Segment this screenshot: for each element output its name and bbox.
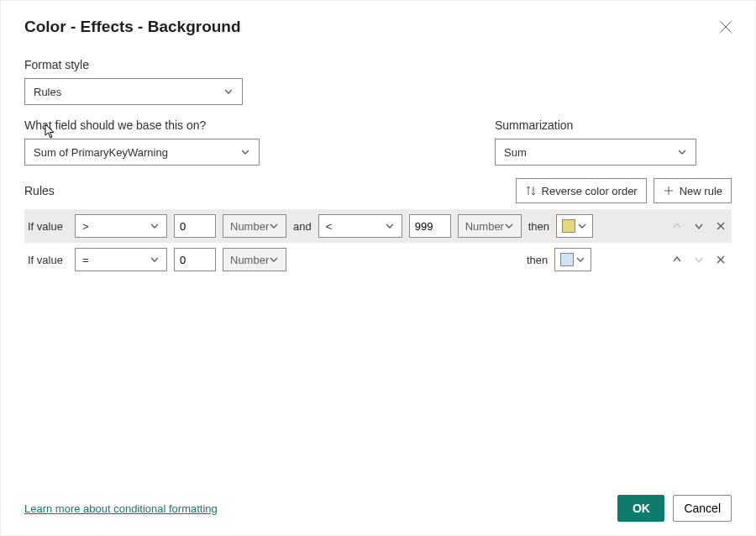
value-1-input[interactable] [174, 248, 216, 271]
type-1-value: Number [230, 220, 269, 233]
operator-1-value: = [82, 254, 89, 266]
move-down-icon[interactable] [693, 254, 705, 265]
chevron-down-icon [223, 87, 234, 97]
rule-row: If value > Number and < Number then [24, 209, 732, 243]
summarization-value: Sum [504, 146, 527, 159]
ok-button[interactable]: OK [617, 495, 664, 522]
type-1-dropdown[interactable]: Number [223, 214, 286, 238]
summarization-label: Summarization [495, 118, 732, 132]
chevron-down-icon [677, 147, 687, 157]
color-swatch [562, 219, 575, 233]
color-picker[interactable] [554, 248, 591, 271]
operator-1-value: > [82, 220, 89, 233]
dialog-title: Color - Effects - Background [24, 18, 241, 36]
reverse-color-order-button[interactable]: Reverse color order [516, 178, 647, 203]
then-label: then [528, 220, 549, 233]
operator-1-dropdown[interactable]: > [75, 214, 167, 238]
delete-rule-icon[interactable] [715, 220, 727, 232]
chevron-down-icon [385, 221, 395, 231]
swap-icon [525, 185, 537, 197]
learn-more-link[interactable]: Learn more about conditional formatting [24, 502, 218, 515]
move-up-icon[interactable] [671, 220, 683, 232]
move-down-icon[interactable] [693, 220, 705, 232]
cancel-button[interactable]: Cancel [673, 495, 732, 522]
type-2-dropdown[interactable]: Number [458, 214, 522, 238]
format-style-label: Format style [24, 58, 732, 71]
and-label: and [293, 220, 312, 233]
summarization-dropdown[interactable]: Sum [495, 139, 696, 166]
type-1-value: Number [230, 254, 269, 266]
delete-rule-icon[interactable] [715, 254, 727, 265]
chevron-down-icon [150, 255, 160, 265]
then-label: then [527, 254, 548, 266]
rule-row: If value = Number then [24, 243, 732, 276]
field-dropdown[interactable]: Sum of PrimaryKeyWarning [24, 139, 260, 166]
type-1-dropdown[interactable]: Number [223, 248, 286, 271]
field-value: Sum of PrimaryKeyWarning [34, 146, 168, 159]
if-value-label: If value [24, 220, 68, 233]
value-2-input[interactable] [409, 214, 451, 238]
chevron-down-icon [504, 221, 514, 231]
plus-icon [663, 185, 675, 197]
type-2-value: Number [465, 220, 504, 233]
color-picker[interactable] [556, 214, 593, 238]
reverse-color-order-label: Reverse color order [542, 185, 638, 197]
new-rule-label: New rule [680, 185, 722, 197]
if-value-label: If value [24, 254, 68, 266]
chevron-down-icon [269, 221, 279, 231]
new-rule-button[interactable]: New rule [654, 178, 732, 203]
chevron-down-icon [269, 255, 279, 265]
chevron-down-icon [150, 221, 160, 231]
color-swatch [560, 253, 574, 266]
chevron-down-icon [240, 147, 250, 157]
chevron-down-icon [575, 255, 585, 265]
rules-label: Rules [24, 184, 55, 197]
operator-1-dropdown[interactable]: = [75, 248, 167, 271]
move-up-icon[interactable] [671, 254, 683, 265]
value-1-input[interactable] [174, 214, 216, 238]
chevron-down-icon [577, 221, 587, 231]
format-style-value: Rules [34, 86, 61, 98]
operator-2-value: < [326, 220, 333, 233]
close-icon[interactable] [720, 21, 732, 33]
operator-2-dropdown[interactable]: < [318, 214, 402, 238]
format-style-dropdown[interactable]: Rules [24, 78, 243, 105]
field-label: What field should we base this on? [24, 118, 276, 132]
